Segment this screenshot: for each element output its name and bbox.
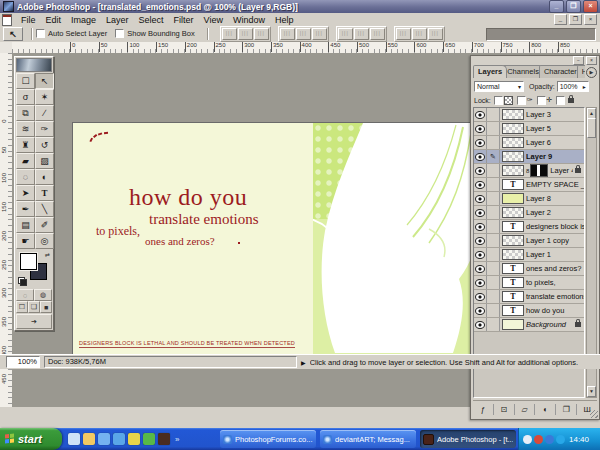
photoshop-quicklaunch-icon[interactable] (158, 433, 170, 445)
align-left-button[interactable]: ||| (280, 28, 295, 40)
crop-tool[interactable]: ⧉ (16, 105, 35, 121)
full-screen-menubar-button[interactable]: ❏ (28, 301, 40, 313)
layer-row[interactable]: Layer 1 (474, 248, 584, 262)
link-edit-column[interactable] (487, 290, 500, 303)
status-arrow-icon[interactable]: ▶ (301, 359, 306, 366)
align-vertical-center-button[interactable]: ||| (238, 28, 253, 40)
tab-history[interactable]: History (577, 65, 585, 78)
quick-mask-mode-button[interactable]: ◍ (34, 289, 52, 301)
menu-help[interactable]: Help (270, 15, 299, 25)
folder-icon[interactable] (83, 433, 95, 445)
layer-row[interactable]: Ttranslate emotions (474, 290, 584, 304)
magic-wand-tool[interactable]: ✶ (35, 89, 54, 105)
zoom-tool[interactable]: ◎ (35, 233, 54, 249)
visibility-toggle[interactable] (474, 178, 487, 191)
title-bar[interactable]: Adobe Photoshop - [translated_emotions.p… (0, 0, 600, 13)
link-edit-column[interactable] (487, 248, 500, 261)
layer-row[interactable]: Tones and zeros? (474, 262, 584, 276)
distribute-right-button[interactable]: ||| (428, 28, 443, 40)
link-edit-column[interactable] (487, 262, 500, 275)
align-top-button[interactable]: ||| (222, 28, 237, 40)
layer-row[interactable]: Layer 6 (474, 136, 584, 150)
link-edit-column[interactable] (487, 192, 500, 205)
menu-view[interactable]: View (199, 15, 228, 25)
new-layer-button[interactable]: ❐ (556, 404, 577, 415)
menu-image[interactable]: Image (66, 15, 101, 25)
layer-row[interactable]: Layer 3 (474, 108, 584, 122)
link-edit-column[interactable]: ✎ (487, 150, 500, 163)
hide-icons-tray-icon[interactable] (523, 435, 532, 444)
link-edit-column[interactable] (487, 122, 500, 135)
visibility-toggle[interactable] (474, 192, 487, 205)
paintbrush-tool[interactable]: ✑ (35, 121, 54, 137)
quick-launch-chevron-icon[interactable]: » (175, 435, 179, 444)
visibility-toggle[interactable] (474, 234, 487, 247)
msn-tray-icon[interactable] (534, 435, 543, 444)
lasso-tool[interactable]: σ (16, 89, 35, 105)
taskbar-button-photoshopforums-co[interactable]: PhotoshopForums.co... (220, 430, 316, 448)
doc-minimize-button[interactable]: _ (554, 14, 567, 25)
mail-icon[interactable] (128, 433, 140, 445)
swap-colors-icon[interactable]: ⇄ (45, 251, 50, 258)
move-tool[interactable]: ↖ (35, 73, 54, 89)
standard-screen-button[interactable]: ☐ (16, 301, 28, 313)
visibility-toggle[interactable] (474, 276, 487, 289)
distribute-bottom-button[interactable]: ||| (370, 28, 385, 40)
layer-row[interactable]: Layer 5 (474, 122, 584, 136)
pen-tool[interactable]: ✒ (16, 201, 35, 217)
line-tool[interactable]: ╲ (35, 201, 54, 217)
menu-layer[interactable]: Layer (101, 15, 134, 25)
type-tool[interactable]: T (35, 185, 54, 201)
menu-window[interactable]: Window (228, 15, 270, 25)
hand-tool[interactable]: ☛ (16, 233, 35, 249)
distribute-left-button[interactable]: ||| (396, 28, 411, 40)
layer-row[interactable]: ✎Layer 9 (474, 150, 584, 164)
slice-tool[interactable]: ∕ (35, 105, 54, 121)
eyedropper-tool[interactable]: ✐ (35, 217, 54, 233)
palette-close-button[interactable]: × (586, 56, 597, 65)
link-edit-column[interactable] (487, 164, 500, 177)
menu-edit[interactable]: Edit (41, 15, 67, 25)
new-adjustment-layer-button[interactable]: ◐ (535, 404, 556, 415)
layer-row[interactable]: Layer 8 (474, 192, 584, 206)
visibility-toggle[interactable] (474, 206, 487, 219)
standard-mode-button[interactable]: ◌ (16, 289, 34, 301)
visibility-toggle[interactable] (474, 248, 487, 261)
link-edit-column[interactable] (487, 276, 500, 289)
jump-to-imageready-button[interactable]: ➔ (16, 314, 52, 329)
visibility-toggle[interactable] (474, 220, 487, 233)
visibility-toggle[interactable] (474, 164, 487, 177)
visibility-toggle[interactable] (474, 136, 487, 149)
palette-minimize-button[interactable]: − (573, 56, 584, 65)
dodge-tool[interactable]: ◐ (35, 169, 54, 185)
show-bounding-box-checkbox[interactable]: Show Bounding Box (115, 29, 195, 38)
link-edit-column[interactable] (487, 178, 500, 191)
path-select-tool[interactable]: ➤ (16, 185, 35, 201)
palette-resize-grip[interactable] (590, 410, 598, 418)
tab-character[interactable]: Character (539, 65, 582, 78)
layer-row[interactable]: TEMPTY SPACE _ (474, 178, 584, 192)
align-horizontal-center-button[interactable]: ||| (296, 28, 311, 40)
visibility-toggle[interactable] (474, 304, 487, 317)
opacity-input[interactable]: 100% ▸ (557, 81, 589, 92)
rectangular-marquee-tool[interactable]: ☐ (16, 73, 35, 89)
airbrush-tool[interactable]: ≋ (16, 121, 35, 137)
visibility-toggle[interactable] (474, 262, 487, 275)
close-button[interactable]: × (583, 0, 598, 13)
start-button[interactable]: start (0, 428, 62, 450)
clone-stamp-tool[interactable]: ♜ (16, 137, 35, 153)
layer-row[interactable]: Tto pixels, (474, 276, 584, 290)
visibility-toggle[interactable] (474, 290, 487, 303)
link-edit-column[interactable] (487, 108, 500, 121)
tab-channels[interactable]: Channels (502, 65, 544, 78)
doc-close-button[interactable]: × (584, 14, 597, 25)
internet-explorer-icon[interactable] (98, 433, 110, 445)
add-layer-style-button[interactable]: ƒ (473, 404, 494, 415)
menu-file[interactable]: File (16, 15, 41, 25)
messenger-tray-icon[interactable] (556, 435, 565, 444)
blend-mode-select[interactable]: Normal ▾ (474, 81, 524, 92)
history-brush-tool[interactable]: ↺ (35, 137, 54, 153)
layer-row[interactable]: Layer 2 (474, 206, 584, 220)
align-right-button[interactable]: ||| (312, 28, 327, 40)
messenger-icon[interactable] (113, 433, 125, 445)
